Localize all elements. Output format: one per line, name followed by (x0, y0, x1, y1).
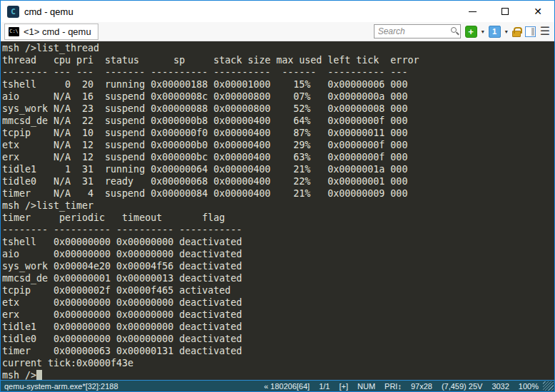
status-numlock-indicator[interactable]: NUM (357, 382, 375, 391)
window-controls: ✕ (456, 1, 554, 22)
window-title: cmd - qemu (24, 6, 73, 17)
status-cursor-info[interactable]: (7,459) 25V (442, 382, 482, 391)
status-priority-indicator[interactable]: PRI↕ (385, 382, 402, 391)
status-zoom[interactable]: 100% (519, 382, 539, 391)
maximize-icon (501, 8, 509, 15)
status-pid[interactable]: 3032 (492, 382, 509, 391)
status-console-size[interactable]: 97x28 (411, 382, 432, 391)
tab-cmd-qemu[interactable]: C:\ <1> cmd - qemu (4, 24, 98, 40)
terminal-output: msh />list_thread thread cpu pri status … (2, 42, 554, 380)
minimize-icon (469, 11, 477, 12)
titlebar: C cmd - qemu ✕ (1, 1, 554, 22)
status-process-info[interactable]: qemu-system-arm.exe*[32]:2188 (1, 382, 118, 391)
close-button[interactable]: ✕ (521, 1, 554, 22)
terminal-cursor (36, 370, 42, 380)
lock-icon[interactable] (512, 31, 521, 37)
maximize-button[interactable] (489, 1, 521, 22)
minimize-button[interactable] (456, 1, 489, 22)
status-right-segments: « 180206[64] 1/1 [+] NUM PRI↕ 97x28 (7,4… (264, 382, 554, 391)
scroll-panel-icon[interactable] (525, 26, 536, 37)
terminal-area[interactable]: msh />list_thread thread cpu pri status … (1, 41, 554, 380)
menu-icon[interactable]: ☰ (540, 26, 550, 36)
close-icon: ✕ (534, 8, 542, 15)
cmd-icon: C:\ (9, 27, 19, 36)
status-buffer-info[interactable]: « 180206[64] (264, 382, 310, 391)
conemu-window: C cmd - qemu ✕ C:\ <1> cmd - qemu + ▾ 1 … (0, 0, 555, 392)
search-container (374, 24, 461, 38)
terminal-text: msh />list_thread thread cpu pri status … (2, 43, 419, 380)
active-console-button[interactable]: 1 (489, 26, 501, 38)
resize-grip[interactable] (543, 381, 554, 391)
search-input[interactable] (374, 24, 461, 38)
status-bar: qemu-system-arm.exe*[32]:2188 « 180206[6… (1, 380, 554, 391)
app-icon: C (7, 6, 19, 18)
status-sync-indicator[interactable]: [+] (339, 382, 348, 391)
new-console-button[interactable]: + (465, 26, 477, 38)
status-tab-index[interactable]: 1/1 (319, 382, 330, 391)
toolbar: + ▾ 1 ▾ ☰ (374, 24, 554, 38)
tab-bar: C:\ <1> cmd - qemu + ▾ 1 ▾ ☰ (1, 22, 554, 41)
search-icon (451, 27, 457, 33)
new-console-dropdown-icon[interactable]: ▾ (482, 29, 484, 35)
console-list-dropdown-icon[interactable]: ▾ (505, 29, 508, 35)
tab-label: <1> cmd - qemu (24, 26, 91, 37)
